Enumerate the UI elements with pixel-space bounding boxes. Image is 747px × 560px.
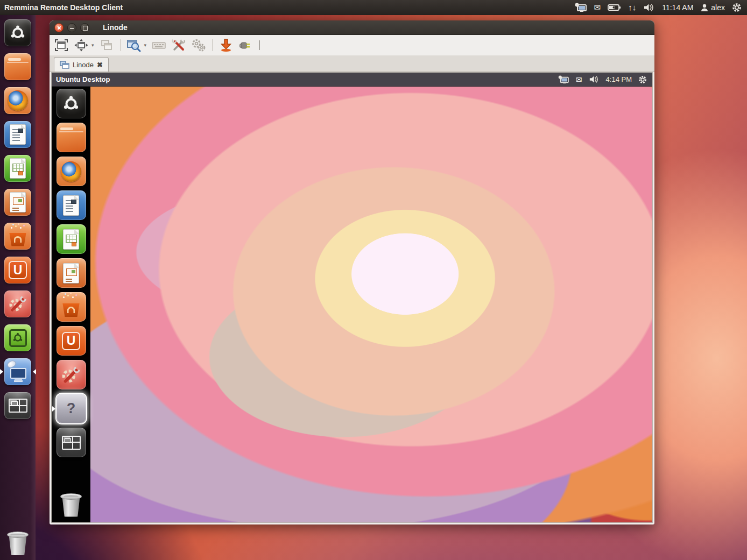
remote-launcher-item-trash[interactable] <box>57 490 86 520</box>
remote-power-indicator[interactable] <box>638 75 647 84</box>
remote-rdp-indicator[interactable] <box>558 75 569 84</box>
toolbar-separator <box>212 39 213 51</box>
screenshot-button[interactable] <box>219 38 234 53</box>
launcher-item-libreoffice-calc[interactable] <box>4 155 31 182</box>
launcher-item-system-settings[interactable] <box>4 290 31 317</box>
remote-launcher-item-libreoffice-writer[interactable] <box>57 190 86 220</box>
remote-desktop-indicator[interactable] <box>574 3 587 12</box>
workspace-switcher-icon <box>57 428 86 457</box>
system-settings-icon <box>4 290 31 317</box>
launcher-item-libreoffice-writer[interactable] <box>4 121 31 148</box>
remmina-window: Linode ▾ <box>50 20 654 524</box>
toolbar-end-separator <box>259 40 260 50</box>
libreoffice-impress-icon <box>57 258 86 288</box>
sound-indicator[interactable] <box>643 3 655 12</box>
preferences-button[interactable] <box>191 38 206 53</box>
network-indicator[interactable]: ↑↓ <box>628 3 636 11</box>
keyboard-icon <box>151 40 166 51</box>
window-maximize-button[interactable] <box>80 23 89 32</box>
launcher-item-trash[interactable] <box>4 530 31 557</box>
libreoffice-impress-icon <box>4 189 31 216</box>
remote-launcher-item-software-center[interactable] <box>57 292 86 322</box>
launcher-item-dash[interactable] <box>4 19 31 46</box>
remote-launcher-item-home-folder[interactable] <box>57 123 86 152</box>
connection-tabbar: Linode ✖ <box>50 55 654 72</box>
power-indicator[interactable] <box>732 3 742 12</box>
launcher-item-software-updater[interactable] <box>4 324 31 351</box>
tab-linode[interactable]: Linode ✖ <box>54 57 109 72</box>
battery-indicator[interactable] <box>608 4 621 11</box>
tools-button[interactable] <box>171 38 186 53</box>
remote-launcher-item-system-settings[interactable] <box>57 360 86 389</box>
firefox-icon <box>57 157 86 186</box>
tab-close-button[interactable]: ✖ <box>97 61 103 69</box>
volume-icon <box>643 3 655 12</box>
active-indicator-arrow <box>52 406 55 412</box>
fullscreen-icon <box>54 39 68 52</box>
window-titlebar[interactable]: Linode <box>50 20 654 35</box>
keyboard-grab-button[interactable] <box>151 38 166 53</box>
remmina-toolbar: ▾ ▾ <box>50 35 654 55</box>
disconnect-button[interactable] <box>238 38 253 53</box>
remote-launcher-item-workspace-switcher[interactable] <box>57 428 86 457</box>
fit-window-icon <box>74 39 88 52</box>
ubuntu-one-icon: U <box>4 257 31 283</box>
remote-panel-title: Ubuntu Desktop <box>52 75 110 83</box>
remote-clock-indicator[interactable]: 4:14 PM <box>606 75 632 83</box>
launcher-item-libreoffice-impress[interactable] <box>4 189 31 216</box>
scaled-view-dropdown[interactable]: ▾ <box>144 42 147 48</box>
remote-clock-time: 4:14 PM <box>606 75 632 83</box>
gear-icon <box>638 75 647 84</box>
fit-window-button[interactable] <box>74 38 89 53</box>
remote-indicator-tray: ✉ 4:14 PM <box>558 75 652 84</box>
running-indicator-arrow <box>0 369 3 374</box>
libreoffice-calc-icon <box>4 155 31 182</box>
mail-icon: ✉ <box>576 75 582 84</box>
plug-icon <box>239 39 253 51</box>
session-indicator[interactable]: alex <box>700 3 725 12</box>
home-folder-icon <box>57 123 86 152</box>
launcher-item-home-folder[interactable] <box>4 53 31 80</box>
mail-indicator[interactable]: ✉ <box>594 3 601 11</box>
remmina-icon <box>4 358 31 385</box>
fullscreen-button[interactable] <box>54 38 69 53</box>
clock-time: 11:14 AM <box>662 3 693 12</box>
remote-sound-indicator[interactable] <box>589 75 600 83</box>
preferences-gears-icon <box>191 38 206 52</box>
remote-launcher-item-ubuntu-one[interactable]: U <box>57 326 86 356</box>
software-center-icon <box>4 223 31 250</box>
window-close-button[interactable] <box>54 23 64 32</box>
scaled-view-button[interactable] <box>126 38 142 53</box>
launcher-item-ubuntu-one[interactable]: U <box>4 257 31 283</box>
duplicate-connection-button[interactable] <box>99 38 114 53</box>
remote-top-panel: Ubuntu Desktop ✉ <box>52 73 652 87</box>
mail-icon: ✉ <box>594 3 601 11</box>
trash-icon <box>57 490 86 520</box>
remote-launcher-item-libreoffice-calc[interactable] <box>57 224 86 254</box>
launcher-item-software-center[interactable] <box>4 223 31 250</box>
launcher-item-remmina[interactable] <box>4 358 31 385</box>
launcher-item-workspace-switcher[interactable] <box>4 392 31 419</box>
remote-desktop-icon <box>574 3 587 12</box>
libreoffice-calc-icon <box>57 224 86 254</box>
remote-launcher-item-firefox[interactable] <box>57 157 86 186</box>
duplicate-connection-icon <box>100 39 114 52</box>
remote-desktop-viewport[interactable]: Ubuntu Desktop ✉ <box>51 72 653 523</box>
software-center-icon <box>57 292 86 322</box>
libreoffice-writer-icon <box>57 190 86 220</box>
launcher-item-firefox[interactable] <box>4 87 31 114</box>
remote-launcher-item-dash[interactable] <box>57 89 86 118</box>
network-arrows-icon: ↑↓ <box>628 3 636 11</box>
tab-connection-icon <box>60 61 69 69</box>
remote-launcher-item-libreoffice-impress[interactable] <box>57 258 86 288</box>
remote-mail-indicator[interactable]: ✉ <box>576 75 582 84</box>
window-minimize-button[interactable] <box>67 23 76 32</box>
fit-window-dropdown[interactable]: ▾ <box>91 42 94 48</box>
system-settings-icon <box>57 360 86 389</box>
remote-launcher-item-help[interactable]: ? <box>57 394 86 423</box>
dash-icon <box>4 19 31 46</box>
firefox-icon <box>4 87 31 114</box>
remote-wallpaper <box>90 87 652 522</box>
scaled-view-icon <box>126 39 141 52</box>
clock-indicator[interactable]: 11:14 AM <box>662 3 693 12</box>
